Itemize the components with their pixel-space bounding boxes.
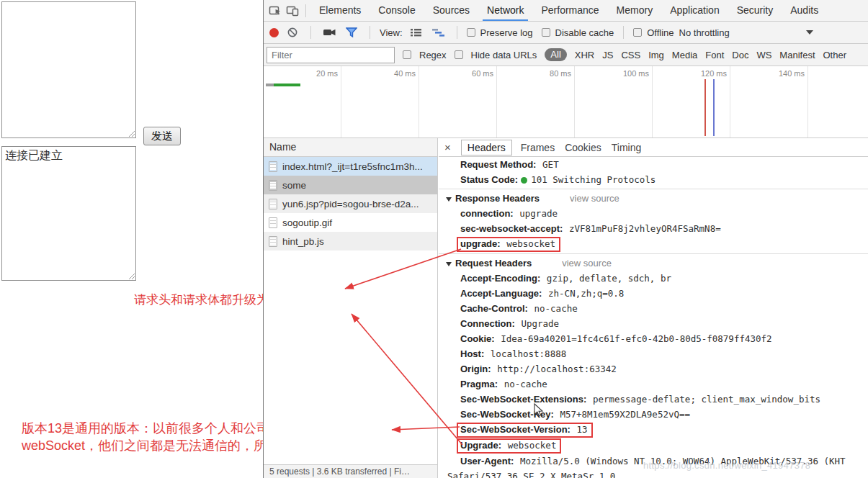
filter-type-xhr[interactable]: XHR [575,50,594,60]
tab-cookies[interactable]: Cookies [565,142,601,153]
message-textarea[interactable] [1,1,136,138]
hide-data-urls-checkbox[interactable] [455,50,463,59]
view-source-link[interactable]: view source [570,193,619,204]
filter-type-ws[interactable]: WS [756,50,771,60]
header-value: Upgrade [521,318,559,329]
gridline [341,66,341,137]
tab-memory[interactable]: Memory [608,0,662,21]
disable-cache-checkbox[interactable] [542,28,550,37]
filter-type-all[interactable]: All [545,48,566,61]
status-textarea[interactable]: 连接已建立 [1,146,136,281]
request-headers-section-header[interactable]: Request Headersview source [439,256,868,271]
view-label: View: [380,27,403,38]
filter-funnel-icon[interactable] [343,24,360,41]
preserve-log-label[interactable]: Preserve log [480,27,533,38]
document-file-icon [269,217,277,228]
filter-type-img[interactable]: Img [648,50,664,60]
tab-elements[interactable]: Elements [310,0,370,21]
header-name: Host: [460,348,484,359]
filter-type-font[interactable]: Font [705,50,724,60]
tab-audits[interactable]: Audits [782,0,827,21]
view-waterfall-icon[interactable] [430,24,447,41]
offline-label[interactable]: Offline [647,27,674,38]
divider [310,26,311,39]
header-value: localhost:8888 [491,348,566,359]
header-name: Pragma: [460,379,498,389]
header-value: http://localhost:63342 [497,364,617,374]
header-name: Connection: [460,318,515,329]
filter-type-manifest[interactable]: Manifest [779,50,815,60]
request-header-row: Pragma: no-cache [439,376,868,392]
tick-label: 20 ms [286,69,338,78]
red-annotation-box: upgrade: websocket [457,237,560,252]
header-value: gzip, deflate, sdch, br [547,273,671,284]
tab-headers[interactable]: Headers [461,140,512,155]
response-headers-section-header[interactable]: Response Headersview source [439,191,868,206]
gridline [419,66,419,137]
filter-input[interactable] [267,47,395,63]
tab-application[interactable]: Application [661,0,728,21]
view-source-link[interactable]: view source [562,258,612,269]
filter-type-doc[interactable]: Doc [732,50,748,60]
send-button[interactable]: 发送 [143,127,181,145]
device-toolbar-icon[interactable] [284,2,301,19]
request-waterfall-bar [266,84,274,86]
regex-checkbox[interactable] [403,50,411,59]
gridline [496,66,497,137]
tab-security[interactable]: Security [728,0,782,21]
name-column-header[interactable]: Name [264,138,437,157]
filter-type-media[interactable]: Media [672,50,697,60]
filter-type-js[interactable]: JS [602,50,613,60]
divider [439,189,868,189]
tab-sources[interactable]: Sources [424,0,478,21]
header-value: permessage-deflate; client_max_window_bi… [593,394,820,405]
general-request-method: Request Method: GET [439,157,868,172]
request-name: index.html?_ijt=t1re5sfnc1m3h... [282,161,423,172]
red-annotation-box: Upgrade: websocket [457,438,561,454]
request-list-pane: Name index.html?_ijt=t1re5sfnc1m3h... so… [264,138,438,478]
network-status-bar: 5 requests | 3.6 KB transferred | Fi… [264,464,437,478]
clear-icon[interactable] [284,24,301,41]
request-row-hint-pb-js[interactable]: hint_pb.js [264,232,437,251]
throttling-select[interactable]: No throttling [679,27,730,38]
throttling-dropdown-arrow-icon[interactable] [806,30,813,35]
record-icon[interactable] [269,28,279,37]
header-value: 13 [577,424,588,435]
header-value: upgrade [519,208,558,219]
section-title: Response Headers [455,193,540,204]
tab-frames[interactable]: Frames [521,142,555,153]
header-value: websocket [508,440,557,451]
filter-type-other[interactable]: Other [823,50,847,60]
request-row-yun6-jsp[interactable]: yun6.jsp?pid=sogou-brse-d2a... [264,194,437,213]
tab-timing[interactable]: Timing [612,142,642,153]
view-list-icon[interactable] [408,24,425,41]
network-toolbar: View: Preserve log Disable cache Offline… [264,22,868,44]
screenshot-capture-icon[interactable] [321,24,338,41]
collapse-triangle-icon[interactable] [446,197,452,202]
collapse-triangle-icon[interactable] [446,262,452,266]
request-waterfall-bar [274,84,300,86]
request-row-some[interactable]: some [264,176,437,194]
divider [457,26,457,39]
filter-type-css[interactable]: CSS [621,50,640,60]
regex-label[interactable]: Regex [419,50,447,60]
offline-checkbox[interactable] [633,28,642,37]
request-row-sogoutip-gif[interactable]: sogoutip.gif [264,213,437,232]
tick-label: 140 ms [753,69,805,78]
disable-cache-label[interactable]: Disable cache [555,27,614,38]
network-overview-timeline[interactable]: 20 ms 40 ms 60 ms 80 ms 100 ms 120 ms 14… [264,66,868,138]
tab-console[interactable]: Console [370,0,424,21]
hide-data-urls-label[interactable]: Hide data URLs [471,50,537,60]
gridline [652,66,653,137]
tab-network[interactable]: Network [478,0,532,21]
preserve-log-checkbox[interactable] [467,28,475,37]
close-icon[interactable]: × [443,142,452,153]
header-name: connection: [460,208,514,219]
gridline [807,66,808,137]
tab-performance[interactable]: Performance [532,0,607,21]
inspect-element-icon[interactable] [267,2,284,19]
header-name: upgrade: [460,238,501,249]
request-row-index-html[interactable]: index.html?_ijt=t1re5sfnc1m3h... [264,157,437,176]
demo-page: 发送 连接已建立 [0,0,263,478]
divider [305,4,306,17]
